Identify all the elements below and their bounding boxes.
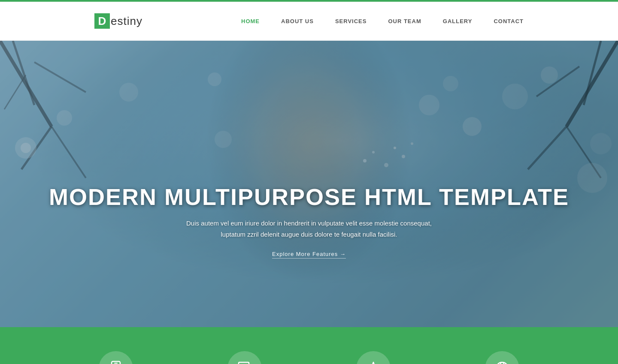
feature-edit — [227, 351, 262, 364]
feature-mobile — [99, 351, 133, 364]
logo-d: D — [94, 13, 110, 29]
star-icon-circle — [356, 351, 391, 364]
header: D estiny HOME ABOUT US SERVICES OUR TEAM… — [0, 2, 618, 41]
features-section — [0, 327, 618, 364]
nav-contact[interactable]: CONTACT — [494, 18, 524, 24]
hero-title: MODERN MULTIPURPOSE HTML TEMPLATE — [0, 184, 618, 210]
logo-text: estiny — [111, 15, 142, 28]
star-icon — [366, 361, 381, 364]
svg-rect-36 — [239, 362, 249, 364]
nav-gallery[interactable]: GALLERY — [443, 18, 473, 24]
edit-icon — [237, 361, 252, 364]
nav-home[interactable]: HOME — [241, 18, 260, 24]
nav-about[interactable]: ABOUT US — [281, 18, 314, 24]
globe-icon — [494, 361, 510, 364]
mobile-icon-circle — [99, 351, 133, 364]
globe-icon-circle — [485, 351, 519, 364]
logo[interactable]: D estiny — [94, 13, 142, 29]
feature-globe — [485, 351, 519, 364]
edit-icon-circle — [227, 351, 262, 364]
mobile-icon — [108, 361, 124, 364]
main-nav: HOME ABOUT US SERVICES OUR TEAM GALLERY … — [241, 18, 524, 24]
hero-section: MODERN MULTIPURPOSE HTML TEMPLATE Duis a… — [0, 41, 618, 327]
feature-star — [356, 351, 391, 364]
nav-services[interactable]: SERVICES — [335, 18, 367, 24]
hero-cta-button[interactable]: Explore More Features → — [272, 251, 346, 259]
nav-our-team[interactable]: OUR TEAM — [388, 18, 421, 24]
hero-subtitle: Duis autem vel eum iriure dolor in hendr… — [146, 218, 472, 240]
hero-content: MODERN MULTIPURPOSE HTML TEMPLATE Duis a… — [0, 184, 618, 259]
svg-marker-41 — [367, 362, 379, 364]
